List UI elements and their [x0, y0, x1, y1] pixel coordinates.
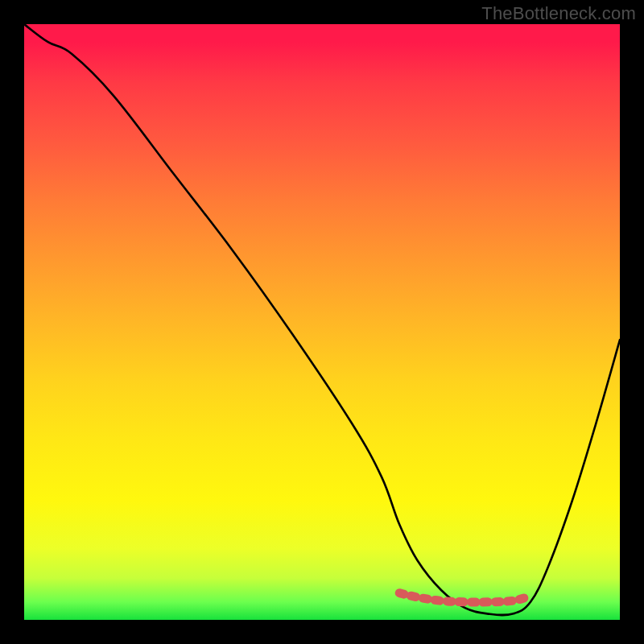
- bottleneck-curve-line: [24, 24, 620, 615]
- curve-path: [24, 24, 620, 615]
- chart-svg: [24, 24, 620, 620]
- chart-frame: TheBottleneck.com: [0, 0, 644, 644]
- optimal-band-markers: [399, 593, 530, 602]
- attribution-text: TheBottleneck.com: [481, 3, 636, 24]
- plot-area: [24, 24, 620, 620]
- band-path: [399, 593, 530, 602]
